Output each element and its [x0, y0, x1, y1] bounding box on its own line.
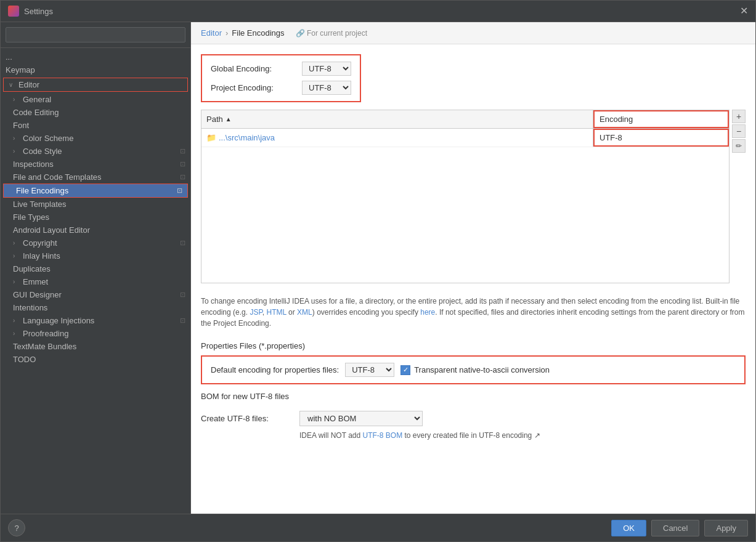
sidebar-item-editor[interactable]: ∨ Editor — [3, 78, 188, 92]
breadcrumb-editor[interactable]: Editor — [201, 28, 222, 38]
panel-body: Global Encoding: UTF-8 Project Encoding:… — [191, 44, 755, 514]
path-value: ...\src\main\java — [219, 133, 275, 142]
table-area: Path ▲ Encoding 📁 ...\src\main\java — [201, 110, 730, 283]
table-empty-area — [201, 147, 729, 283]
sidebar-item-font[interactable]: Font — [1, 119, 190, 132]
dialog-footer: ? OK Cancel Apply — [1, 514, 755, 541]
bom-section-title: BOM for new UTF-8 files — [201, 392, 746, 401]
add-row-button[interactable]: + — [732, 110, 746, 123]
edit-row-button[interactable]: ✏ — [732, 139, 746, 153]
sidebar-item-live-templates[interactable]: Live Templates — [1, 198, 190, 211]
copy-icon-inspections: ⊡ — [180, 160, 185, 168]
copy-icon-fct: ⊡ — [180, 173, 185, 181]
encoding-header: Encoding — [593, 110, 729, 128]
sidebar-item-color-scheme[interactable]: › Color Scheme — [1, 132, 190, 145]
bom-section: BOM for new UTF-8 files Create UTF-8 fil… — [201, 392, 746, 440]
sidebar-item-inlay-hints[interactable]: › Inlay Hints — [1, 249, 190, 262]
sidebar-item-textmate-bundles[interactable]: TextMate Bundles — [1, 340, 190, 353]
properties-section: Properties Files (*.properties) Default … — [201, 341, 746, 384]
info-link-here[interactable]: here — [420, 308, 435, 317]
title-bar-left: Settings — [8, 6, 53, 17]
sidebar-item-inspections[interactable]: Inspections ⊡ — [1, 158, 190, 171]
main-content: ... Keymap ∨ Editor › General Co — [1, 22, 755, 514]
project-encoding-select[interactable]: UTF-8 — [302, 81, 351, 95]
table-row[interactable]: 📁 ...\src\main\java UTF-8 — [201, 129, 729, 147]
copy-icon: ⊡ — [180, 147, 185, 155]
table-action-buttons: + − ✏ — [732, 110, 746, 283]
search-input[interactable] — [6, 27, 185, 42]
search-box — [1, 22, 190, 48]
breadcrumb: Editor › File Encodings 🔗 For current pr… — [191, 22, 755, 44]
sidebar-item-code-style[interactable]: › Code Style ⊡ — [1, 145, 190, 158]
transparent-checkbox[interactable]: ✓ — [400, 365, 410, 375]
sidebar-item-android-layout-editor[interactable]: Android Layout Editor — [1, 224, 190, 237]
create-utf8-select[interactable]: with NO BOM — [299, 411, 423, 426]
dialog-title: Settings — [24, 7, 53, 16]
table-header: Path ▲ Encoding — [201, 110, 729, 129]
encoding-settings-box: Global Encoding: UTF-8 Project Encoding:… — [201, 54, 361, 102]
sidebar-item-dots[interactable]: ... — [1, 51, 190, 63]
properties-box: Default encoding for properties files: U… — [201, 355, 746, 384]
sidebar-item-general[interactable]: › General — [1, 93, 190, 106]
transparent-label: Transparent native-to-ascii conversion — [414, 365, 550, 374]
right-panel: Editor › File Encodings 🔗 For current pr… — [191, 22, 755, 514]
remove-row-button[interactable]: − — [732, 124, 746, 138]
sidebar-item-language-injections[interactable]: › Language Injections ⊡ — [1, 314, 190, 327]
sidebar-item-gui-designer[interactable]: GUI Designer ⊡ — [1, 288, 190, 301]
sidebar: ... Keymap ∨ Editor › General Co — [1, 22, 191, 514]
sidebar-item-file-encodings[interactable]: File Encodings ⊡ — [3, 184, 188, 198]
for-current-project: 🔗 For current project — [296, 29, 367, 38]
global-encoding-select[interactable]: UTF-8 — [302, 62, 351, 76]
ok-button[interactable]: OK — [611, 520, 646, 536]
app-icon — [8, 6, 19, 17]
breadcrumb-separator: › — [226, 28, 228, 38]
properties-section-title: Properties Files (*.properties) — [201, 341, 746, 350]
cancel-button[interactable]: Cancel — [651, 520, 699, 536]
transparent-checkbox-row[interactable]: ✓ Transparent native-to-ascii conversion — [400, 365, 550, 375]
info-link-html[interactable]: HTML — [267, 308, 287, 317]
help-button[interactable]: ? — [8, 519, 25, 536]
folder-icon: 📁 — [206, 133, 216, 142]
copy-icon-fe: ⊡ — [177, 187, 182, 195]
default-encoding-select[interactable]: UTF-8 — [345, 363, 394, 377]
copy-icon-gui: ⊡ — [180, 291, 185, 299]
footer-buttons: OK Cancel Apply — [611, 520, 748, 536]
sidebar-item-code-editing[interactable]: Code Editing — [1, 106, 190, 119]
copy-icon-li: ⊡ — [180, 317, 185, 325]
sidebar-item-duplicates[interactable]: Duplicates — [1, 262, 190, 275]
sidebar-item-file-code-templates[interactable]: File and Code Templates ⊡ — [1, 171, 190, 184]
project-encoding-label: Project Encoding: — [211, 83, 297, 92]
copy-icon-copyright: ⊡ — [180, 239, 185, 247]
info-text: To change encoding IntelliJ IDEA uses fo… — [201, 291, 746, 334]
global-encoding-label: Global Encoding: — [211, 64, 297, 73]
project-encoding-row: Project Encoding: UTF-8 — [211, 81, 351, 95]
sort-asc-icon: ▲ — [226, 116, 232, 123]
global-encoding-row: Global Encoding: UTF-8 — [211, 62, 351, 76]
title-bar: Settings ✕ — [1, 1, 755, 22]
file-encodings-table-wrapper: Path ▲ Encoding 📁 ...\src\main\java — [201, 110, 746, 283]
sidebar-item-intentions[interactable]: Intentions — [1, 301, 190, 314]
info-link-xml[interactable]: XML — [297, 308, 312, 317]
sidebar-item-keymap[interactable]: Keymap — [1, 63, 190, 76]
sidebar-item-file-types[interactable]: File Types — [1, 211, 190, 224]
table-cell-path: 📁 ...\src\main\java — [201, 129, 593, 147]
path-header: Path ▲ — [201, 110, 593, 128]
info-link-jsp[interactable]: JSP — [250, 308, 262, 317]
bom-row: Create UTF-8 files: with NO BOM — [201, 411, 746, 426]
sidebar-item-proofreading[interactable]: › Proofreading — [1, 327, 190, 340]
default-encoding-label: Default encoding for properties files: — [211, 365, 339, 374]
table-cell-encoding: UTF-8 — [593, 129, 729, 147]
sidebar-item-copyright[interactable]: › Copyright ⊡ — [1, 237, 190, 249]
sidebar-item-emmet[interactable]: › Emmet — [1, 275, 190, 288]
utf8-bom-link[interactable]: UTF-8 BOM — [362, 431, 402, 440]
apply-button[interactable]: Apply — [704, 520, 748, 536]
sidebar-tree: ... Keymap ∨ Editor › General Co — [1, 48, 190, 514]
sidebar-item-todo[interactable]: TODO — [1, 353, 190, 366]
close-button[interactable]: ✕ — [740, 6, 748, 16]
settings-dialog: Settings ✕ ... Keymap ∨ Editor — [0, 0, 756, 542]
create-utf8-label: Create UTF-8 files: — [201, 414, 293, 423]
bom-info: IDEA will NOT add UTF-8 BOM to every cre… — [201, 431, 746, 440]
breadcrumb-current: File Encodings — [232, 28, 284, 38]
